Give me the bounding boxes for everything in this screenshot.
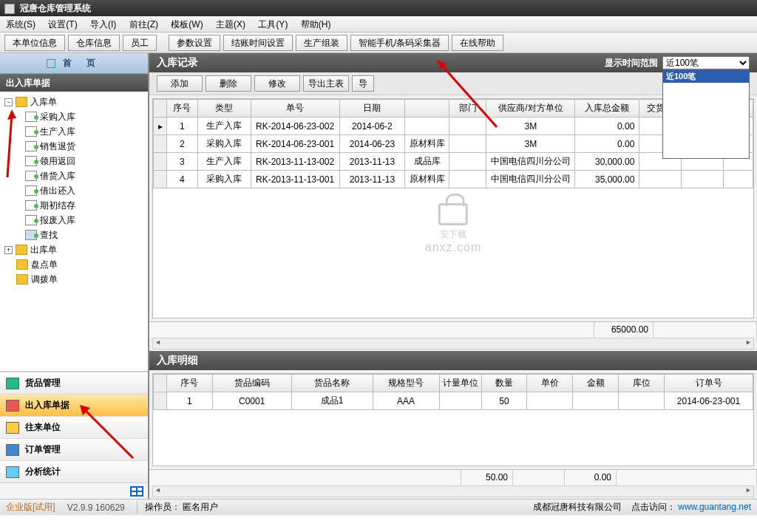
- menu-settings[interactable]: 设置(T): [48, 19, 77, 30]
- dcol-no[interactable]: 序号: [167, 375, 213, 392]
- detail-table: 序号 货品编码 货品名称 规格型号 计量单位 数量 单价 金额 库位 订单号 1…: [153, 374, 753, 410]
- h-scrollbar[interactable]: [152, 338, 754, 349]
- truck-icon: [6, 400, 19, 412]
- table-row[interactable]: 4采购入库RK-2013-11-13-0012013-11-13原材料库中国电信…: [154, 171, 753, 188]
- dd-opt-7d[interactable]: 近7天: [663, 83, 749, 95]
- col-wh[interactable]: [405, 100, 449, 117]
- expand-icon[interactable]: +: [4, 246, 13, 254]
- btn-export-main[interactable]: 导出主表: [303, 75, 349, 92]
- tree-sales-return[interactable]: 销售退货: [0, 139, 148, 154]
- btn-add[interactable]: 添加: [157, 75, 203, 92]
- tree-scrap-in[interactable]: 报废入库: [0, 213, 148, 228]
- status-company: 成都冠唐科技有限公司: [533, 502, 622, 512]
- detail-area: 入库明细 序号 货品编码 货品名称 规格型号 计量单位 数量 单价 金额 库位: [149, 351, 757, 499]
- dcol-spec[interactable]: 规格型号: [373, 375, 439, 392]
- dcol-price[interactable]: 单价: [527, 375, 573, 392]
- dcol-code[interactable]: 货品编码: [212, 375, 291, 392]
- col-type[interactable]: 类型: [197, 100, 251, 117]
- tree-purchase-in[interactable]: 采购入库: [0, 109, 148, 124]
- box-icon: [6, 378, 19, 389]
- tree-opening-balance[interactable]: 期初结存: [0, 198, 148, 213]
- tree-inbound-root[interactable]: - 入库单: [0, 95, 148, 109]
- detail-sum-bar: 50.00 0.00: [149, 469, 757, 485]
- tb-assembly[interactable]: 生产组装: [296, 35, 347, 51]
- dd-opt-3m[interactable]: 近三月: [663, 108, 749, 120]
- nav-contacts[interactable]: 往来单位: [0, 416, 148, 438]
- col-supplier[interactable]: 供应商/对方单位: [486, 100, 575, 117]
- menu-tools[interactable]: 工具(Y): [258, 19, 288, 30]
- folder-icon: [16, 274, 28, 284]
- row-header-col: [154, 100, 167, 117]
- menu-theme[interactable]: 主题(X): [216, 19, 245, 30]
- dd-opt-bycode[interactable]: 按单号查询: [663, 146, 749, 158]
- dcol-name[interactable]: 货品名称: [291, 375, 373, 392]
- tree-transfer[interactable]: 调拨单: [0, 272, 148, 287]
- watermark: 安下载 anxz.com: [425, 203, 481, 254]
- time-range-select[interactable]: 近100笔: [662, 56, 750, 69]
- tb-warehouse-info[interactable]: 仓库信息: [68, 35, 120, 51]
- folder-icon: [16, 259, 28, 270]
- tree-borrow-in[interactable]: 借货入库: [0, 168, 148, 183]
- tb-staff[interactable]: 员工: [123, 35, 157, 51]
- dcol-unit[interactable]: 计量单位: [439, 375, 481, 392]
- tb-scanner[interactable]: 智能手机/条码采集器: [350, 35, 449, 51]
- status-operator: 匿名用户: [183, 502, 218, 512]
- col-no[interactable]: 序号: [167, 100, 198, 117]
- sidebar-panel-title: 出入库单据: [0, 74, 148, 92]
- search-icon: [25, 230, 37, 240]
- nav-goods[interactable]: 货品管理: [0, 372, 148, 394]
- dd-opt-3y[interactable]: 近三年: [663, 133, 749, 146]
- col-amount[interactable]: 入库总金额: [575, 100, 639, 117]
- tree-outbound-root[interactable]: +出库单: [0, 242, 148, 257]
- dd-opt-1m[interactable]: 近一月: [663, 95, 749, 108]
- doc-icon: [25, 112, 37, 122]
- menu-goto[interactable]: 前往(Z): [129, 19, 158, 30]
- col-dept[interactable]: 部门: [449, 100, 486, 117]
- detail-title: 入库明细: [157, 354, 198, 367]
- doc-icon: [25, 141, 37, 151]
- btn-edit[interactable]: 修改: [254, 75, 300, 92]
- home-label: 首 页: [63, 57, 101, 69]
- lock-icon: [438, 203, 468, 225]
- home-button[interactable]: 首 页: [0, 53, 148, 74]
- detail-h-scrollbar[interactable]: [152, 485, 754, 497]
- tb-closing-time[interactable]: 结账时间设置: [223, 35, 293, 51]
- tree-search[interactable]: 查找: [0, 228, 148, 242]
- tb-params[interactable]: 参数设置: [169, 35, 220, 51]
- col-code[interactable]: 单号: [251, 100, 339, 117]
- doc-icon: [25, 200, 37, 211]
- order-icon: [6, 444, 19, 456]
- main-toolbar: 本单位信息 仓库信息 员工 参数设置 结账时间设置 生产组装 智能手机/条码采集…: [0, 33, 757, 53]
- tree-production-in[interactable]: 生产入库: [0, 124, 148, 139]
- nav-orders[interactable]: 订单管理: [0, 438, 148, 460]
- menu-template[interactable]: 模板(W): [171, 19, 203, 30]
- tb-company-info[interactable]: 本单位信息: [4, 35, 65, 51]
- dd-opt-100[interactable]: 近100笔: [663, 70, 749, 83]
- detail-table-wrap: 序号 货品编码 货品名称 规格型号 计量单位 数量 单价 金额 库位 订单号 1…: [152, 373, 754, 466]
- tree-stocktake[interactable]: 盘点单: [0, 257, 148, 272]
- nav-inout-docs[interactable]: 出入库单据: [0, 394, 148, 416]
- folder-icon: [16, 97, 27, 107]
- table-row[interactable]: 1C0001成品1AAA502014-06-23-001: [154, 392, 753, 410]
- dd-opt-1y[interactable]: 近一年: [663, 120, 749, 133]
- collapse-icon[interactable]: -: [4, 98, 13, 106]
- app-icon: [4, 4, 15, 14]
- tb-online-help[interactable]: 在线帮助: [452, 35, 503, 51]
- status-url[interactable]: www.guantang.net: [678, 502, 751, 512]
- section-detail-header: 入库明细: [149, 351, 757, 370]
- tree-use-return[interactable]: 领用返回: [0, 154, 148, 168]
- dcol-loc[interactable]: 库位: [619, 375, 665, 392]
- menu-help[interactable]: 帮助(H): [301, 19, 331, 30]
- btn-delete[interactable]: 删除: [206, 75, 251, 92]
- btn-export-partial[interactable]: 导: [352, 75, 374, 92]
- dcol-qty[interactable]: 数量: [481, 375, 527, 392]
- tree-lend-return[interactable]: 借出还入: [0, 183, 148, 198]
- grid-view-icon[interactable]: [130, 486, 143, 497]
- menu-system[interactable]: 系统(S): [6, 19, 35, 30]
- doc-icon: [25, 185, 37, 196]
- nav-analytics[interactable]: 分析统计: [0, 460, 148, 482]
- col-date[interactable]: 日期: [339, 100, 405, 117]
- dcol-amt[interactable]: 金额: [573, 375, 619, 392]
- dcol-ord[interactable]: 订单号: [665, 375, 753, 392]
- menu-import[interactable]: 导入(I): [90, 19, 116, 30]
